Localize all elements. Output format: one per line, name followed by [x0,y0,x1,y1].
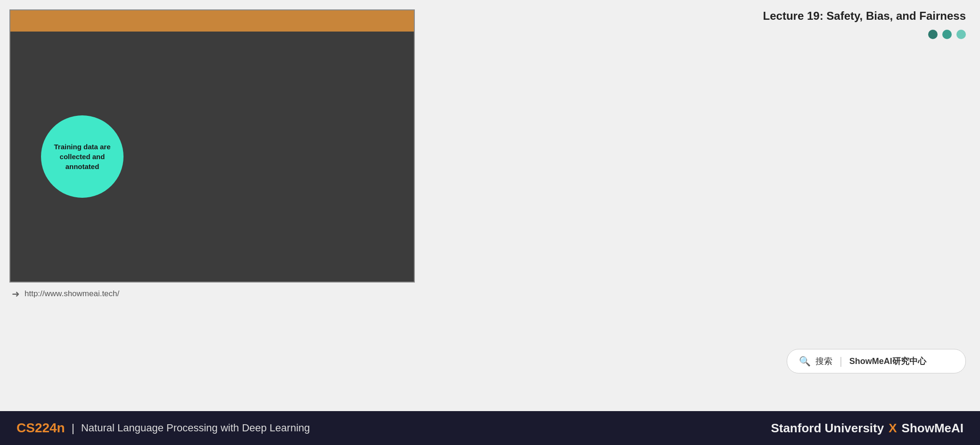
bubble: Training data are collected and annotate… [41,115,124,198]
search-label-normal: 搜索 [815,356,832,367]
bottom-pipe-separator: | [72,421,74,435]
search-separator: | [840,355,842,367]
bottom-left: CS224n | Natural Language Processing wit… [16,421,310,436]
bottom-bar: CS224n | Natural Language Processing wit… [0,411,980,445]
bubble-text: Training data are collected and annotate… [41,137,124,176]
search-box[interactable]: 🔍 搜索 | ShowMeAI研究中心 [787,349,966,373]
cursor-icon: ➜ [12,288,20,299]
slide-header-bar [10,10,414,32]
dot-1[interactable] [928,30,938,39]
dot-3[interactable] [956,30,966,39]
bottom-right: Stanford University X ShowMeAI [771,421,964,436]
showmeai-text: ShowMeAI [902,421,964,436]
slide-container: Training data are collected and annotate… [0,0,424,411]
slide-body: Training data are collected and annotate… [10,32,414,282]
slide-frame: Training data are collected and annotate… [9,9,415,283]
dot-2[interactable] [942,30,952,39]
search-icon: 🔍 [799,356,811,367]
search-label-bold: ShowMeAI研究中心 [849,356,926,367]
x-separator: X [889,421,897,436]
course-name: Natural Language Processing with Deep Le… [81,422,310,434]
right-panel: Lecture 19: Safety, Bias, and Fairness 🔍… [424,0,980,411]
url-text: http://www.showmeai.tech/ [25,289,119,299]
course-code: CS224n [16,421,65,436]
main-area: Training data are collected and annotate… [0,0,980,411]
dots-row [438,30,966,39]
url-bar: ➜ http://www.showmeai.tech/ [9,283,415,305]
stanford-text: Stanford University [771,421,884,436]
lecture-title: Lecture 19: Safety, Bias, and Fairness [438,9,966,23]
